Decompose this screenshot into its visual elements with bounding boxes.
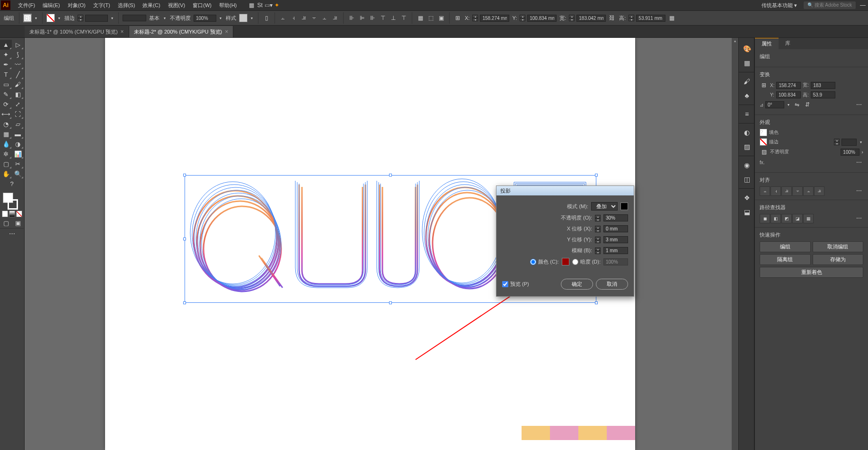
quick-recolor-button[interactable]: 重新着色 — [760, 267, 863, 278]
quick-isolate-button[interactable]: 隔离组 — [760, 254, 811, 265]
stroke-panel-icon[interactable]: ≡ — [739, 107, 755, 121]
dlg-blur-input[interactable] — [603, 247, 628, 254]
dist-h-right-icon[interactable]: ⊪ — [368, 14, 377, 22]
pathfinder-minus[interactable]: ◧ — [771, 214, 781, 223]
shape-builder-tool[interactable]: ◔ — [0, 119, 12, 129]
dist-h-center-icon[interactable]: ⊫ — [358, 14, 366, 22]
color-mode-gradient[interactable] — [9, 211, 15, 217]
v-scrollbar[interactable]: ▴ — [732, 38, 738, 450]
zoom-tool[interactable]: 🔍 — [12, 169, 24, 179]
scale-tool[interactable]: ⤢ — [12, 99, 24, 109]
prop-stroke-input[interactable] — [841, 139, 857, 146]
blend-tool[interactable]: ◑ — [12, 139, 24, 149]
pathfinder-exclude[interactable]: ◪ — [792, 214, 803, 223]
dlg-color-radio[interactable] — [530, 259, 536, 265]
x-stepper[interactable]: ▴▾ — [472, 15, 478, 21]
align-right-icon[interactable]: ⫡ — [300, 14, 308, 22]
prop-y-input[interactable] — [776, 91, 801, 98]
curvature-tool[interactable]: 〰 — [12, 60, 24, 70]
eyedropper-tool[interactable]: 💧 — [0, 139, 12, 149]
appearance-panel-icon[interactable]: ◉ — [739, 158, 755, 172]
opacity-label[interactable]: 不透明度 — [170, 15, 191, 22]
dlg-y-input[interactable] — [603, 236, 628, 243]
direct-selection-tool[interactable]: ▷ — [12, 40, 24, 50]
quick-ungroup-button[interactable]: 取消编组 — [813, 241, 864, 252]
bridge-icon[interactable]: ▦ — [247, 1, 256, 9]
menu-view[interactable]: 视图(V) — [164, 2, 189, 9]
lasso-tool[interactable]: ⟆ — [12, 50, 24, 60]
dlg-x-input[interactable] — [603, 225, 628, 232]
stroke-dropdown[interactable]: ▾ — [57, 15, 62, 21]
align-bottom-icon[interactable]: ⫡ — [331, 14, 339, 22]
color-mode-none[interactable] — [16, 211, 22, 217]
prop-stroke-stepper[interactable]: ▴▾ — [834, 139, 840, 145]
doc-tab-2[interactable]: 未标题-2* @ 200% (CMYK/GPU 预览)× — [129, 26, 234, 37]
perspective-tool[interactable]: ▱ — [12, 119, 24, 129]
opacity-input[interactable] — [194, 15, 216, 22]
shaper-tool[interactable]: ✎ — [0, 89, 12, 99]
tab-libraries[interactable]: 库 — [779, 38, 797, 49]
line-tool[interactable]: ╱ — [12, 70, 24, 79]
fill-swatch[interactable]: ? — [23, 14, 32, 22]
ref-point-grid[interactable]: ⊞ — [760, 81, 768, 89]
align-left-button[interactable]: ⫠ — [760, 186, 770, 196]
dlg-blur-stepper[interactable]: ▴▾ — [595, 247, 601, 254]
dlg-opacity-stepper[interactable]: ▴▾ — [595, 215, 601, 221]
more-transform-icon[interactable]: ⋯ — [855, 100, 863, 109]
pen-tool[interactable]: ✒ — [0, 60, 12, 70]
dist-h-left-icon[interactable]: ⊪ — [347, 14, 356, 22]
prop-opacity-input[interactable] — [841, 149, 859, 156]
close-icon[interactable]: × — [121, 28, 124, 35]
menu-type[interactable]: 文字(T) — [89, 2, 114, 9]
ref-point-icon[interactable]: ⊞ — [453, 14, 462, 22]
screen-mode-full[interactable]: ▣ — [12, 218, 24, 228]
search-input[interactable]: 🔍 搜索 Adobe Stock — [804, 1, 856, 9]
h-input[interactable] — [636, 15, 665, 22]
prop-stroke-swatch[interactable] — [760, 138, 767, 146]
h-stepper[interactable]: ▴▾ — [629, 15, 634, 21]
align-top-icon[interactable]: ⫟ — [310, 14, 319, 22]
shape-opts-icon[interactable]: ▦ — [667, 14, 676, 22]
menu-object[interactable]: 对象(O) — [64, 2, 89, 9]
dialog-title[interactable]: 投影 — [496, 186, 634, 195]
rectangle-tool[interactable]: ▭ — [0, 79, 12, 89]
quick-group-button[interactable]: 编组 — [760, 241, 811, 252]
fill-stroke-control[interactable] — [0, 192, 24, 210]
align-hcenter-icon[interactable]: ⫞ — [289, 14, 298, 22]
color-mode-solid[interactable] — [2, 211, 8, 217]
shape-mode-icon[interactable]: ⬚ — [426, 14, 435, 22]
arrange-icon[interactable]: ▭▾ — [264, 1, 273, 9]
menu-edit[interactable]: 编辑(E) — [39, 2, 64, 9]
more-appearance-icon[interactable]: ⋯ — [855, 158, 863, 167]
prop-h-input[interactable] — [811, 91, 835, 98]
align-left-icon[interactable]: ⫠ — [279, 14, 287, 22]
w-input[interactable] — [576, 15, 606, 22]
stroke-label[interactable]: 描边 — [64, 15, 75, 22]
w-stepper[interactable]: ▴▾ — [569, 15, 575, 21]
hand-tool[interactable]: ✋ — [0, 169, 12, 179]
brush-tool[interactable]: 🖌 — [12, 79, 24, 89]
eraser-tool[interactable]: ◧ — [12, 89, 24, 99]
artboard-tool[interactable]: ▢ — [0, 159, 12, 169]
type-tool[interactable]: T — [0, 70, 12, 79]
transform-icon[interactable]: ▦ — [416, 14, 425, 22]
color-panel-icon[interactable]: 🎨 — [739, 42, 755, 56]
slice-tool[interactable]: ✂ — [12, 159, 24, 169]
y-input[interactable] — [527, 15, 557, 22]
flip-v-icon[interactable]: ⇵ — [803, 100, 812, 109]
stroke-weight-input[interactable] — [85, 15, 108, 22]
doc-tab-1[interactable]: 未标题-1* @ 100% (CMYK/GPU 预览)× — [25, 26, 129, 37]
rotate-tool[interactable]: ⟳ — [0, 99, 12, 109]
asset-panel-icon[interactable]: ⬓ — [739, 205, 755, 219]
workspace-switcher[interactable]: 传统基本功能 ▾ — [758, 2, 801, 9]
align-vcenter-icon[interactable]: ⫠ — [320, 14, 329, 22]
pathfinder-divide[interactable]: ▦ — [803, 214, 814, 223]
profile-swatch[interactable] — [123, 15, 146, 21]
mesh-tool[interactable]: ▦ — [0, 129, 12, 139]
layers-panel-icon[interactable]: ❖ — [739, 191, 755, 205]
dist-v-bottom-icon[interactable]: ⊤ — [399, 14, 408, 22]
stroke-weight-stepper[interactable]: ▴▾ — [78, 15, 83, 21]
gradient-panel-icon[interactable]: ◐ — [739, 125, 755, 140]
fill-dropdown[interactable]: ▾ — [34, 15, 38, 21]
style-swatch[interactable] — [239, 14, 248, 22]
